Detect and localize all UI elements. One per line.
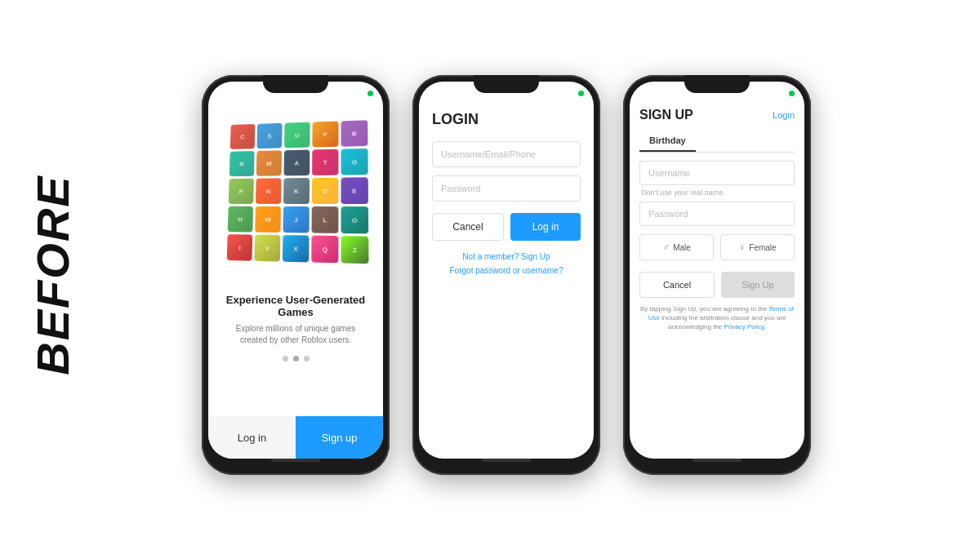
password-input[interactable]: [432, 175, 581, 202]
phone-login: LOGIN Cancel Log in Not a member? Sign U…: [412, 75, 600, 475]
phone-welcome: Experience User-Generated Games Explore …: [202, 75, 390, 475]
game-tile: [230, 124, 256, 149]
signup-title: SIGN UP: [639, 108, 693, 122]
welcome-description: Explore millions of unique games created…: [221, 323, 370, 346]
terms-link[interactable]: Terms of Use: [648, 305, 794, 322]
terms-text: By tapping Sign Up, you are agreeing to …: [639, 304, 795, 332]
phone-notch-1: [263, 75, 328, 93]
game-tile: [228, 206, 253, 233]
birthday-tab[interactable]: Birthday: [639, 131, 696, 152]
sign-up-link[interactable]: Sign Up: [521, 252, 550, 261]
login-buttons: Cancel Log in: [432, 213, 581, 241]
phone1-text-area: Experience User-Generated Games Explore …: [208, 284, 383, 346]
game-grid: [226, 121, 365, 284]
game-tile: [256, 178, 282, 204]
phone3-content: SIGN UP Login Birthday Don't use your re…: [630, 104, 804, 459]
female-icon: ♀: [738, 242, 746, 253]
before-label: BEFORE: [26, 175, 79, 375]
game-tile: [229, 151, 255, 176]
game-tile: [255, 206, 281, 233]
game-tile: [341, 120, 368, 147]
game-tile: [341, 149, 368, 175]
male-button[interactable]: ♂ Male: [639, 234, 714, 260]
login-title: LOGIN: [432, 111, 581, 128]
username-hint: Don't use your real name.: [639, 189, 795, 197]
welcome-footer: Log in Sign up: [208, 416, 383, 459]
login-links: Not a member? Sign Up Forgot password or…: [432, 252, 581, 275]
signup-submit-button[interactable]: Sign Up: [721, 272, 795, 298]
female-label: Female: [749, 243, 776, 252]
game-tile: [257, 123, 283, 149]
game-tile: [341, 177, 368, 204]
game-tile: [283, 178, 310, 204]
welcome-title: Experience User-Generated Games: [221, 294, 370, 318]
phone-notch-3: [684, 75, 750, 93]
game-tile: [229, 179, 254, 204]
game-grid-inner: [227, 120, 368, 264]
phone-signup: SIGN UP Login Birthday Don't use your re…: [623, 75, 811, 475]
signup-password-input[interactable]: [639, 202, 795, 226]
gender-row: ♂ Male ♀ Female: [639, 234, 795, 260]
welcome-login-button[interactable]: Log in: [208, 416, 296, 459]
game-tile: [284, 122, 310, 149]
home-indicator-2: [482, 459, 531, 462]
home-indicator-1: [271, 459, 320, 462]
signup-cancel-button[interactable]: Cancel: [639, 272, 715, 298]
phone2-content: LOGIN Cancel Log in Not a member? Sign U…: [419, 104, 594, 459]
dot-2: [293, 356, 299, 361]
game-tile: [283, 206, 309, 233]
game-tile: [341, 206, 369, 233]
game-tile: [311, 236, 338, 264]
phone-screen-1: Experience User-Generated Games Explore …: [208, 82, 383, 459]
phone1-content: Experience User-Generated Games Explore …: [208, 104, 383, 459]
game-tile: [256, 150, 282, 175]
not-member-text: Not a member? Sign Up: [432, 252, 581, 261]
forgot-password-link[interactable]: Forgot password or username?: [432, 266, 581, 275]
home-indicator-3: [693, 459, 742, 462]
signup-username-input[interactable]: [639, 161, 795, 185]
game-tile: [312, 206, 339, 233]
game-tile: [283, 235, 310, 262]
login-cancel-button[interactable]: Cancel: [432, 213, 504, 241]
game-tile: [312, 121, 338, 147]
male-label: Male: [673, 243, 691, 252]
page-container: BEFORE: [0, 0, 980, 550]
game-tile: [312, 149, 338, 175]
male-icon: ♂: [662, 242, 670, 253]
login-submit-button[interactable]: Log in: [510, 213, 581, 241]
status-dot-2: [578, 91, 584, 96]
pagination-dots: [283, 356, 310, 361]
game-tile: [227, 234, 253, 261]
phone-screen-2: LOGIN Cancel Log in Not a member? Sign U…: [419, 82, 594, 459]
game-tile: [312, 178, 339, 204]
phone-screen-3: SIGN UP Login Birthday Don't use your re…: [630, 82, 804, 459]
phones-row: Experience User-Generated Games Explore …: [202, 75, 811, 475]
game-tile: [284, 150, 310, 176]
game-tile: [254, 235, 280, 262]
status-dot-3: [789, 91, 795, 96]
welcome-signup-button[interactable]: Sign up: [296, 416, 383, 459]
dot-3: [304, 356, 310, 361]
phone-notch-2: [474, 75, 539, 93]
signup-login-link[interactable]: Login: [773, 110, 795, 120]
username-email-phone-input[interactable]: [432, 141, 581, 167]
game-tile: [341, 236, 369, 264]
status-dot-1: [368, 91, 373, 96]
privacy-link[interactable]: Privacy Policy: [724, 323, 764, 330]
dot-1: [283, 356, 288, 361]
signup-header: SIGN UP Login: [639, 108, 795, 122]
signup-buttons: Cancel Sign Up: [639, 272, 795, 298]
female-button[interactable]: ♀ Female: [720, 234, 795, 260]
birthday-tabs: Birthday: [639, 131, 795, 153]
